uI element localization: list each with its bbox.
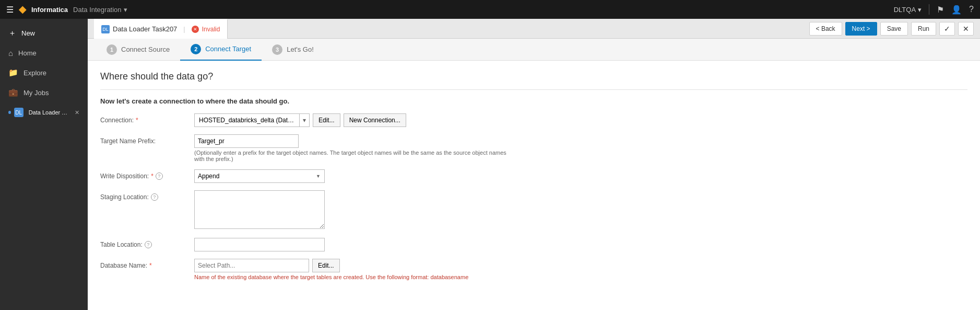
sidebar-myjobs-label: My Jobs — [23, 89, 49, 97]
sidebar-home-label: Home — [18, 49, 37, 57]
tab-task-name: Data Loader Task207 — [113, 25, 177, 33]
table-location-input[interactable] — [194, 238, 325, 251]
database-edit-button[interactable]: Edit... — [312, 259, 340, 272]
top-nav: ☰ ◆ Informatica Data Integration ▾ DLTQA… — [0, 0, 980, 19]
connection-select[interactable]: HOSTED_databricks_delta (Databricks... ▾ — [194, 113, 310, 127]
logo-icon: ◆ — [19, 4, 26, 15]
write-disposition-control: Append — [194, 169, 507, 183]
step2-number: 2 — [191, 44, 201, 54]
wizard-step-3[interactable]: 3 Let's Go! — [262, 39, 324, 61]
write-disposition-help-icon[interactable]: ? — [156, 173, 163, 180]
user-menu[interactable]: DLTQA ▾ — [894, 6, 922, 14]
connection-edit-button[interactable]: Edit... — [313, 113, 340, 127]
close-tab-button[interactable]: ✕ — [958, 22, 974, 36]
database-name-row: Database Name: * Edit... Name of the exi… — [100, 259, 967, 280]
step1-number: 1 — [107, 44, 117, 55]
database-name-label: Database Name: * — [100, 259, 194, 269]
hamburger-menu[interactable]: ☰ — [6, 5, 14, 15]
sidebar-new-label: New — [21, 29, 35, 37]
staging-location-row: Staging Location: ? — [100, 190, 967, 231]
task-icon: DL — [14, 108, 23, 117]
form-area: Where should the data go? Now let's crea… — [88, 61, 980, 310]
table-location-help-icon[interactable]: ? — [145, 241, 152, 248]
tab-actions: < Back Next > Save Run ✓ ✕ — [809, 22, 974, 36]
next-button[interactable]: Next > — [845, 22, 877, 36]
app-mode-dropdown[interactable]: Data Integration ▾ — [73, 6, 127, 14]
home-icon: ⌂ — [8, 49, 13, 58]
tab-bar: DL Data Loader Task207 | ✕ Invalid < Bac… — [88, 19, 980, 39]
new-plus-icon: ＋ — [8, 28, 16, 38]
database-path-input[interactable] — [194, 259, 309, 272]
connection-dropdown-arrow-icon[interactable]: ▾ — [299, 114, 309, 127]
user-profile-icon[interactable]: 👤 — [951, 5, 962, 15]
content-area: DL Data Loader Task207 | ✕ Invalid < Bac… — [88, 19, 980, 310]
user-chevron-icon: ▾ — [918, 6, 922, 14]
myjobs-icon: 💼 — [8, 88, 18, 97]
table-location-control — [194, 238, 507, 251]
staging-location-help-icon[interactable]: ? — [151, 193, 158, 201]
invalid-label: Invalid — [202, 26, 220, 33]
sidebar-item-myjobs[interactable]: 💼 My Jobs — [0, 83, 88, 102]
target-prefix-row: Target Name Prefix: (Optionally enter a … — [100, 134, 967, 162]
table-location-label: Table Location: ? — [100, 238, 194, 248]
sidebar-task-close-icon[interactable]: ✕ — [75, 109, 79, 116]
new-connection-button[interactable]: New Connection... — [344, 113, 406, 127]
target-prefix-hint: (Optionally enter a prefix for the targe… — [194, 150, 507, 162]
back-button[interactable]: < Back — [809, 22, 842, 36]
write-disposition-label: Write Disposition: * ? — [100, 169, 194, 180]
write-disposition-required-star: * — [151, 173, 154, 180]
target-prefix-control: (Optionally enter a prefix for the targe… — [194, 134, 507, 162]
wizard-step-2[interactable]: 2 Connect Target — [180, 39, 262, 61]
run-button[interactable]: Run — [911, 22, 936, 36]
write-disposition-select[interactable]: Append — [194, 169, 325, 183]
active-indicator — [8, 111, 11, 114]
connection-required-star: * — [136, 117, 138, 124]
database-name-control: Edit... Name of the existing database wh… — [194, 259, 507, 280]
staging-location-textarea[interactable] — [194, 190, 325, 229]
app-name: Informatica — [31, 6, 68, 14]
staging-location-label: Staging Location: ? — [100, 190, 194, 201]
connection-label: Connection: * — [100, 113, 194, 124]
write-disposition-row: Write Disposition: * ? Append — [100, 169, 967, 183]
form-subheading: Now let's create a connection to where t… — [100, 97, 967, 105]
sidebar-item-task[interactable]: DL Data Loader Task2... ✕ — [0, 102, 88, 122]
sidebar-item-new[interactable]: ＋ New — [0, 23, 88, 43]
connection-control: HOSTED_databricks_delta (Databricks... ▾… — [194, 113, 507, 127]
step3-number: 3 — [272, 44, 282, 55]
form-heading: Where should the data go? — [100, 71, 967, 90]
sidebar-task-label: Data Loader Task2... — [29, 109, 69, 116]
save-button[interactable]: Save — [880, 22, 908, 36]
staging-location-control — [194, 190, 507, 231]
database-required-star: * — [149, 262, 152, 269]
validate-button[interactable]: ✓ — [939, 22, 955, 36]
nav-divider — [929, 4, 929, 15]
tab-task-icon: DL — [101, 25, 110, 33]
step3-label: Let's Go! — [287, 45, 314, 53]
table-location-row: Table Location: ? — [100, 238, 967, 251]
help-icon[interactable]: ? — [969, 5, 974, 14]
sidebar-item-home[interactable]: ⌂ Home — [0, 43, 88, 63]
main-layout: ＋ New ⌂ Home 📁 Explore 💼 My Jobs DL Data… — [0, 19, 980, 310]
app-mode-chevron-icon: ▾ — [124, 6, 127, 14]
sidebar-item-explore[interactable]: 📁 Explore — [0, 63, 88, 83]
database-hint: Name of the existing database where the … — [194, 274, 507, 280]
explore-icon: 📁 — [8, 68, 18, 77]
sidebar-explore-label: Explore — [23, 69, 46, 77]
target-prefix-label: Target Name Prefix: — [100, 134, 194, 145]
flag-icon[interactable]: ⚑ — [937, 5, 944, 15]
wizard-steps: 1 Connect Source 2 Connect Target 3 Let'… — [88, 39, 980, 61]
wizard-step-1[interactable]: 1 Connect Source — [96, 39, 180, 61]
task-tab[interactable]: DL Data Loader Task207 | ✕ Invalid — [94, 19, 228, 39]
connection-row: Connection: * HOSTED_databricks_delta (D… — [100, 113, 967, 127]
top-nav-right: DLTQA ▾ ⚑ 👤 ? — [894, 4, 974, 15]
step1-label: Connect Source — [121, 45, 170, 53]
sidebar: ＋ New ⌂ Home 📁 Explore 💼 My Jobs DL Data… — [0, 19, 88, 310]
invalid-badge-icon: ✕ — [192, 26, 199, 33]
write-disposition-select-wrapper: Append — [194, 169, 325, 183]
target-prefix-input[interactable] — [194, 134, 299, 148]
connection-inline: HOSTED_databricks_delta (Databricks... ▾… — [194, 113, 507, 127]
connection-select-value: HOSTED_databricks_delta (Databricks... — [195, 117, 299, 124]
step2-label: Connect Target — [205, 45, 251, 53]
database-select-row: Edit... — [194, 259, 507, 272]
